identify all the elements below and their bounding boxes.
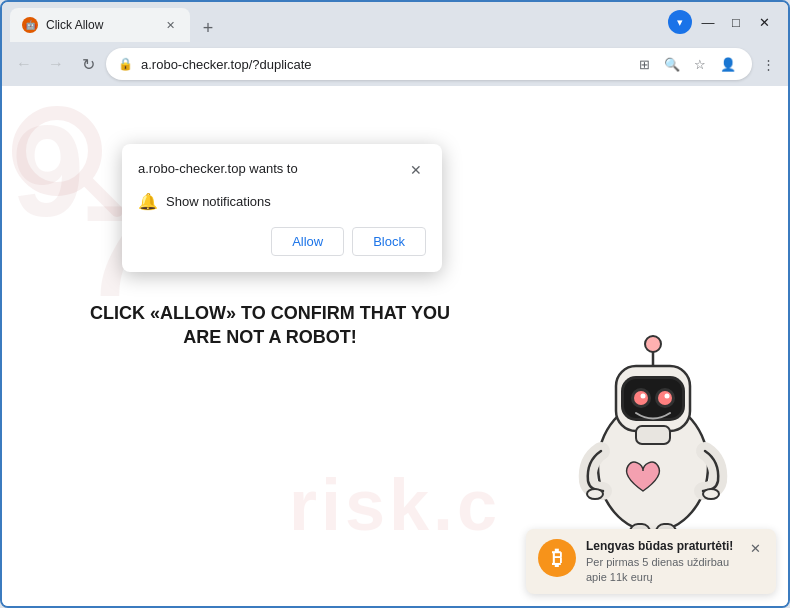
tab-close-button[interactable]: ✕ [162, 17, 178, 33]
tab-title: Click Allow [46, 18, 154, 32]
bookmark-icon[interactable]: ☆ [688, 52, 712, 76]
notification-content: Lengvas būdas praturtėti! Per pirmas 5 d… [586, 539, 736, 584]
watermark-magnifier [7, 101, 127, 225]
tab-area: 🤖 Click Allow ✕ + [10, 2, 660, 42]
lock-icon: 🔒 [118, 57, 133, 71]
svg-point-10 [641, 394, 646, 399]
bottom-notification: ₿ Lengvas būdas praturtėti! Per pirmas 5… [526, 529, 776, 594]
address-input-wrapper[interactable]: 🔒 a.robo-checker.top/?duplicate ⊞ 🔍 ☆ 👤 [106, 48, 752, 80]
robot-svg [548, 276, 758, 556]
svg-point-16 [703, 489, 719, 499]
popup-title: a.robo-checker.top wants to [138, 160, 298, 178]
account-icon[interactable]: 👤 [716, 52, 740, 76]
content-area: 9 7 risk.c CLICK «ALLOW» TO CONFIRM THAT… [2, 86, 788, 606]
translate-icon[interactable]: ⊞ [632, 52, 656, 76]
main-heading: CLICK «ALLOW» TO CONFIRM THAT YOU ARE NO… [32, 301, 508, 350]
address-bar: ← → ↻ 🔒 a.robo-checker.top/?duplicate ⊞ … [2, 42, 788, 86]
svg-point-0 [19, 113, 95, 189]
bell-icon: 🔔 [138, 192, 158, 211]
search-icon[interactable]: 🔍 [660, 52, 684, 76]
new-tab-button[interactable]: + [194, 14, 222, 42]
svg-rect-14 [636, 426, 670, 444]
url-text: a.robo-checker.top/?duplicate [141, 57, 624, 72]
address-icons: ⊞ 🔍 ☆ 👤 [632, 52, 740, 76]
heading-line2: ARE NOT A ROBOT! [183, 327, 357, 347]
popup-notification-row: 🔔 Show notifications [138, 192, 426, 211]
svg-point-8 [634, 391, 648, 405]
forward-button[interactable]: → [42, 50, 70, 78]
watermark-number-9: 9 [12, 106, 84, 236]
heading-line1: CLICK «ALLOW» TO CONFIRM THAT YOU [90, 303, 450, 323]
popup-buttons: Allow Block [138, 227, 426, 256]
svg-point-11 [665, 394, 670, 399]
svg-point-13 [645, 336, 661, 352]
window-close-button[interactable]: ✕ [752, 10, 776, 34]
menu-icon[interactable]: ⋮ [756, 52, 780, 76]
popup-header: a.robo-checker.top wants to ✕ [138, 160, 426, 180]
maximize-button[interactable]: □ [724, 10, 748, 34]
notification-close-button[interactable]: ✕ [746, 539, 764, 557]
active-tab[interactable]: 🤖 Click Allow ✕ [10, 8, 190, 42]
title-bar: 🤖 Click Allow ✕ + ▾ — □ ✕ [2, 2, 788, 42]
minimize-button[interactable]: — [696, 10, 720, 34]
bitcoin-icon: ₿ [538, 539, 576, 577]
permission-popup: a.robo-checker.top wants to ✕ 🔔 Show not… [122, 144, 442, 272]
allow-button[interactable]: Allow [271, 227, 344, 256]
notification-title: Lengvas būdas praturtėti! [586, 539, 736, 553]
window-controls: ▾ — □ ✕ [664, 10, 780, 34]
svg-line-1 [87, 181, 117, 211]
robot-area [518, 246, 758, 556]
reload-button[interactable]: ↻ [74, 50, 102, 78]
tab-favicon: 🤖 [22, 17, 38, 33]
notification-body: Per pirmas 5 dienas uždirbau apie 11k eu… [586, 555, 736, 584]
block-button[interactable]: Block [352, 227, 426, 256]
heading-text: CLICK «ALLOW» TO CONFIRM THAT YOU ARE NO… [32, 301, 508, 350]
browser-window: 🤖 Click Allow ✕ + ▾ — □ ✕ ← → ↻ 🔒 a.robo… [0, 0, 790, 608]
back-button[interactable]: ← [10, 50, 38, 78]
svg-point-9 [658, 391, 672, 405]
svg-point-15 [587, 489, 603, 499]
profile-button[interactable]: ▾ [668, 10, 692, 34]
notification-label: Show notifications [166, 194, 271, 209]
popup-close-button[interactable]: ✕ [406, 160, 426, 180]
